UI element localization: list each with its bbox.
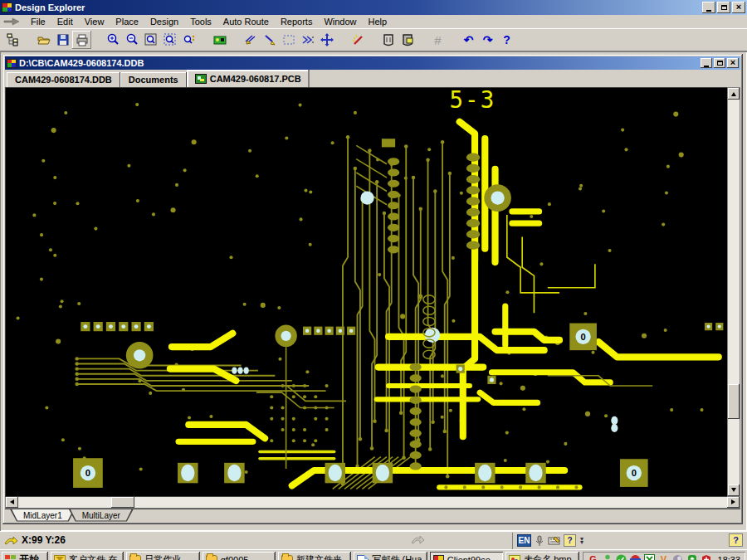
doc-maximize-icon (717, 61, 723, 66)
taskbar-item-new-folder[interactable]: 新建文件夹 (278, 552, 351, 560)
zoom-in-button[interactable] (103, 31, 122, 49)
scroll-up-icon (731, 92, 736, 96)
horizontal-scroll-track[interactable] (18, 497, 727, 508)
minimize-button[interactable] (702, 2, 715, 13)
close-button[interactable]: × (732, 2, 745, 13)
taskbar-item-mail-files[interactable]: 客户文件 在... (51, 552, 124, 560)
layer-tabs: MidLayer1 MultiLayer (5, 509, 740, 522)
doc-minimize-button[interactable] (701, 58, 712, 68)
menu-place[interactable]: Place (110, 16, 144, 27)
move-object-button[interactable] (317, 31, 336, 49)
cutter-tool-button[interactable] (241, 31, 260, 49)
taskbar-item-daily-work[interactable]: 日常作业 (126, 552, 199, 560)
library-component-button[interactable] (378, 31, 398, 49)
window-title: Design Explorer (15, 2, 702, 12)
tray-green-x-icon[interactable] (644, 554, 656, 560)
wand-tool-button[interactable] (348, 31, 367, 49)
menu-auto-route[interactable]: Auto Route (217, 16, 275, 27)
tray-planet-icon[interactable] (630, 554, 642, 560)
tray-swirl-icon[interactable] (672, 554, 684, 560)
vertical-scroll-thumb[interactable] (728, 384, 740, 419)
scroll-down-button[interactable] (728, 485, 740, 496)
layer-tab-midlayer1[interactable]: MidLayer1 (10, 509, 76, 522)
tab-pcb[interactable]: CAM429-060817.PCB (187, 70, 310, 87)
help-button[interactable]: ? (497, 31, 516, 49)
pcb-document-icon (195, 74, 207, 84)
menu-bar: File Edit View Place Design Tools Auto R… (0, 15, 747, 28)
doc-maximize-button[interactable] (714, 58, 725, 68)
menu-reports[interactable]: Reports (275, 16, 319, 27)
vertical-scrollbar[interactable] (727, 87, 740, 497)
open-document-button[interactable] (34, 31, 53, 49)
language-options-icon[interactable]: ▾▾ (579, 538, 585, 544)
tray-red-shield-icon[interactable] (701, 554, 712, 560)
board-wizard-button[interactable] (210, 31, 229, 49)
cross-select-button[interactable] (298, 31, 317, 49)
cursor-coordinates: X:99 Y:26 (22, 534, 66, 546)
doc-close-button[interactable]: × (727, 58, 739, 68)
library-extract-button[interactable] (398, 31, 417, 49)
taskbar-item-client99se[interactable]: Client99se (430, 552, 503, 560)
cutter-icon (244, 33, 257, 46)
pcb-canvas[interactable]: 0 0 0 5-3 (5, 87, 727, 497)
app-icon (2, 2, 12, 12)
tray-orange-v-icon[interactable]: V (658, 554, 670, 560)
statusbar-help-button[interactable]: ? (729, 533, 743, 547)
tray-user-icon[interactable] (602, 554, 613, 560)
scroll-left-button[interactable] (6, 497, 18, 508)
tray-green-shield-icon[interactable] (686, 554, 698, 560)
zoom-out-button[interactable] (122, 31, 141, 49)
horizontal-scroll-thumb[interactable] (111, 497, 134, 508)
explorer-panel-toggle-button[interactable] (3, 31, 22, 49)
select-area-button[interactable] (279, 31, 298, 49)
windows-logo-icon (5, 555, 17, 560)
undo-button[interactable]: ↶ (459, 31, 478, 49)
wand-icon (351, 33, 364, 46)
menu-help[interactable]: Help (363, 16, 393, 27)
microphone-icon[interactable] (534, 534, 545, 547)
tab-documents[interactable]: Documents (120, 72, 187, 87)
tab-ddb[interactable]: CAM429-0608174.DDB (7, 72, 120, 87)
status-arrow-icon (3, 534, 18, 546)
draw-tool-button[interactable] (260, 31, 279, 49)
tray-red-g-icon[interactable]: G (588, 554, 599, 560)
tray-check-icon[interactable] (616, 554, 627, 560)
language-indicator[interactable]: EN (517, 534, 531, 547)
menu-file[interactable]: File (25, 16, 51, 27)
redo-button[interactable]: ↷ (478, 31, 497, 49)
save-icon (56, 33, 70, 46)
scroll-up-button[interactable] (728, 88, 740, 100)
menu-design[interactable]: Design (144, 16, 184, 27)
horizontal-scrollbar[interactable] (5, 497, 740, 509)
print-button[interactable] (72, 31, 91, 49)
zoom-window-icon (144, 33, 158, 46)
start-button[interactable]: 开始 (2, 552, 48, 560)
toggle-grid-button[interactable]: # (428, 31, 447, 49)
grid-icon: # (434, 34, 441, 46)
save-document-button[interactable] (53, 31, 72, 49)
menu-edit[interactable]: Edit (51, 16, 79, 27)
zoom-area-button[interactable] (160, 31, 179, 49)
menu-view[interactable]: View (79, 16, 110, 27)
menu-tools[interactable]: Tools (184, 16, 217, 27)
scroll-right-button[interactable] (727, 497, 740, 508)
help-icon: ? (503, 34, 510, 46)
taskbar-item-gf0005[interactable]: gf0005 (203, 552, 276, 560)
language-help-icon[interactable]: ? (564, 534, 576, 547)
cross-select-icon (301, 33, 315, 46)
restore-button[interactable] (717, 2, 730, 13)
zoom-point-button[interactable] (179, 31, 198, 49)
document-icon (7, 59, 17, 68)
system-tray: G V 18:33 (583, 552, 746, 560)
layer-tab-multilayer[interactable]: MultiLayer (69, 509, 134, 522)
taskbar-clock: 18:33 (718, 555, 741, 560)
mail-folder-icon (54, 555, 66, 560)
vertical-scroll-track[interactable] (728, 100, 740, 485)
taskbar-item-compose-mail[interactable]: 写邮件 (Hua... (354, 552, 427, 560)
zoom-window-button[interactable] (141, 31, 160, 49)
taskbar-item-untitled-bmp[interactable]: 未命名.bmp ... (505, 552, 579, 560)
workspace-area: D:\CB\CAM429-0608174.DDB × CAM429-060817… (0, 51, 747, 531)
menu-window[interactable]: Window (318, 16, 362, 27)
keyboard-settings-icon[interactable] (548, 534, 561, 547)
document-tabs: CAM429-0608174.DDB Documents CAM429-0608… (5, 70, 740, 87)
